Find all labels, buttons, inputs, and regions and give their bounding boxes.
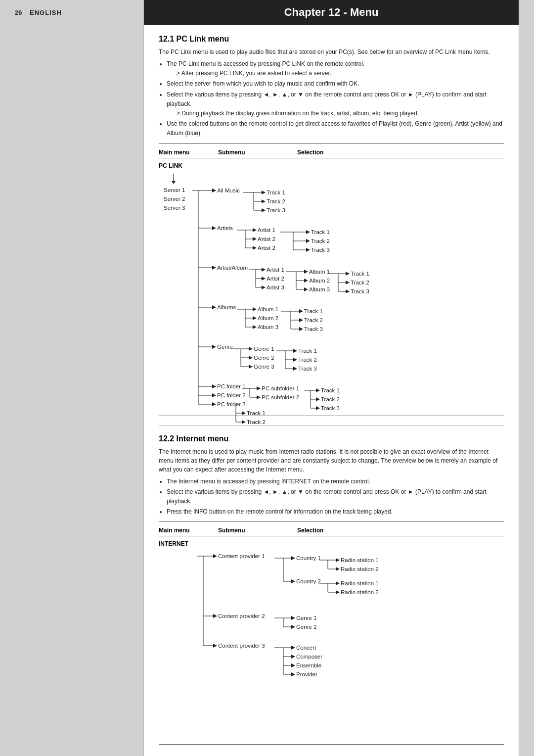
svg-marker-220	[291, 663, 295, 667]
svg-text:Country 1: Country 1	[296, 555, 321, 561]
svg-text:PC folder 2: PC folder 2	[217, 392, 246, 398]
bullet-3: Select the various items by pressing ◄, …	[167, 90, 504, 119]
svg-text:Album 3: Album 3	[309, 286, 330, 292]
svg-text:Genre 2: Genre 2	[296, 624, 317, 630]
svg-marker-198	[213, 614, 217, 618]
svg-text:Album 3: Album 3	[258, 324, 278, 330]
svg-text:Track 2: Track 2	[351, 280, 369, 285]
svg-marker-155	[257, 386, 261, 390]
svg-text:Artists: Artists	[217, 225, 233, 231]
section-12-1: 12.1 PC Link menu The PC Link menu is us…	[159, 35, 504, 416]
svg-text:All Music: All Music	[217, 188, 240, 193]
svg-marker-43	[306, 248, 310, 252]
svg-marker-102	[299, 318, 303, 322]
internet-bullet-1: The Internet menu is accessed by pressin…	[167, 477, 504, 486]
svg-marker-35	[306, 230, 310, 234]
svg-marker-61	[304, 270, 308, 274]
internet-col-main-header: Main menu	[159, 527, 218, 534]
svg-text:Track 2: Track 2	[267, 198, 285, 204]
language-label: ENGLISH	[30, 9, 62, 16]
svg-marker-166	[316, 397, 320, 401]
svg-marker-39	[306, 239, 310, 243]
section-12-2-intro: The Internet menu is used to play music …	[159, 447, 504, 474]
svg-text:Track 1: Track 1	[267, 189, 285, 195]
svg-text:Genre 2: Genre 2	[254, 355, 274, 361]
svg-text:Track 1: Track 1	[351, 271, 369, 277]
svg-marker-209	[213, 644, 217, 648]
section-12-2-bullets: The Internet menu is accessed by pressin…	[167, 477, 504, 517]
internet-menu-header-row: Main menu Submenu Selection	[159, 527, 504, 536]
svg-text:Server 2: Server 2	[164, 196, 185, 202]
col-main-header: Main menu	[159, 149, 218, 156]
svg-text:Album 2: Album 2	[309, 278, 330, 284]
svg-text:Radio station 2: Radio station 2	[341, 566, 379, 572]
svg-text:Track 2: Track 2	[247, 419, 266, 425]
svg-text:Radio station 2: Radio station 2	[341, 589, 379, 595]
svg-marker-50	[262, 268, 266, 272]
svg-marker-144	[212, 402, 216, 406]
svg-marker-32	[253, 246, 257, 250]
section-divider	[159, 425, 504, 425]
svg-marker-205	[291, 625, 295, 629]
svg-text:Track 1: Track 1	[304, 308, 323, 314]
svg-marker-152	[242, 420, 246, 424]
svg-text:Track 3: Track 3	[304, 326, 323, 332]
svg-text:PC folder 1: PC folder 1	[217, 383, 246, 389]
svg-text:Artist 2: Artist 2	[258, 245, 275, 251]
svg-text:Content provider 2: Content provider 2	[218, 613, 265, 619]
svg-text:Radio station 1: Radio station 1	[341, 580, 379, 586]
svg-text:Ensemble: Ensemble	[296, 662, 321, 668]
svg-marker-95	[253, 325, 257, 329]
page-number-label: 26	[15, 9, 22, 16]
bullet-1: The PC Link menu is accessed by pressing…	[167, 59, 504, 78]
svg-text:Genre 3: Genre 3	[254, 364, 274, 370]
bullet-2: Select the server from which you wish to…	[167, 79, 504, 89]
svg-marker-173	[213, 554, 217, 558]
svg-text:Albums: Albums	[217, 304, 236, 310]
svg-marker-13	[262, 199, 266, 203]
svg-text:Track 3: Track 3	[298, 366, 317, 372]
svg-marker-128	[293, 358, 297, 362]
svg-marker-121	[249, 365, 253, 369]
svg-text:Server 1: Server 1	[164, 187, 185, 193]
svg-text:Provider: Provider	[296, 671, 317, 677]
svg-marker-136	[212, 384, 216, 388]
svg-marker-17	[262, 208, 266, 212]
svg-marker-21	[212, 226, 216, 230]
main-content: Chapter 12 - Menu 12.1 PC Link menu The …	[143, 0, 519, 756]
svg-marker-76	[346, 281, 350, 284]
section-12-1-bullets: The PC Link menu is accessed by pressing…	[167, 59, 504, 139]
svg-text:Track 1: Track 1	[321, 387, 340, 393]
svg-text:Content provider 1: Content provider 1	[218, 553, 265, 559]
svg-text:Track 3: Track 3	[321, 405, 340, 411]
svg-text:PC subfolder 2: PC subfolder 2	[262, 394, 299, 400]
svg-text:Track 3: Track 3	[311, 247, 330, 253]
section-12-2: 12.2 Internet menu The Internet menu is …	[159, 434, 504, 745]
svg-text:Track 3: Track 3	[351, 288, 369, 294]
pc-link-diagram-label: PC LINK	[159, 162, 504, 169]
svg-marker-187	[291, 579, 295, 583]
svg-text:Artist 1: Artist 1	[258, 227, 275, 233]
chapter-header: Chapter 12 - Menu	[144, 0, 519, 25]
svg-text:PC subfolder 1: PC subfolder 1	[262, 385, 299, 391]
svg-marker-72	[346, 272, 350, 276]
section-12-2-title: 12.2 Internet menu	[159, 434, 504, 443]
pc-link-svg: Server 1 Server 2 Server 3 All Music Tra…	[159, 171, 495, 409]
svg-marker-58	[262, 285, 266, 289]
svg-marker-148	[242, 411, 246, 415]
svg-marker-9	[262, 190, 266, 194]
svg-text:Album 1: Album 1	[309, 269, 330, 275]
svg-text:Track 1: Track 1	[247, 410, 266, 416]
svg-marker-162	[316, 388, 320, 392]
svg-marker-110	[212, 345, 216, 349]
svg-text:Artist 2: Artist 2	[258, 236, 275, 242]
svg-text:Artist 3: Artist 3	[267, 284, 284, 290]
svg-text:Artist/Album: Artist/Album	[217, 265, 248, 271]
svg-marker-1	[172, 181, 176, 184]
svg-text:Track 1: Track 1	[298, 348, 317, 354]
svg-text:Genre 1: Genre 1	[296, 615, 317, 621]
svg-marker-54	[262, 277, 266, 281]
svg-marker-224	[291, 672, 295, 676]
svg-marker-6	[212, 189, 216, 192]
svg-text:Track 3: Track 3	[267, 207, 285, 213]
